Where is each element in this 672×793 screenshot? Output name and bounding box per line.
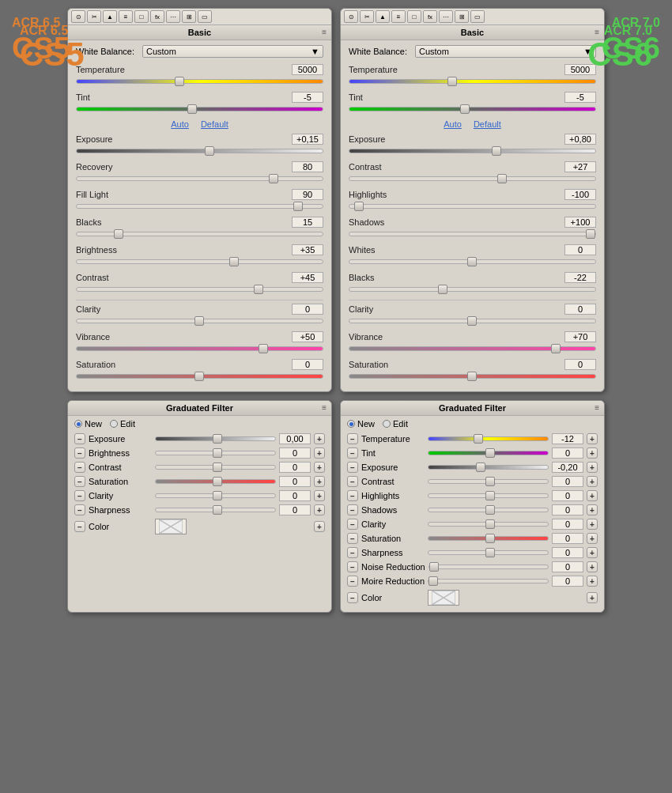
slider-track-0-cs6[interactable]	[349, 149, 596, 153]
toolbar-btn-cs6-2[interactable]: ✂	[360, 10, 374, 23]
gf-track-sharpness-cs6[interactable]	[428, 550, 549, 555]
gf-track-contrast-cs5[interactable]	[155, 465, 276, 470]
temperature-value-cs6[interactable]: 5000	[564, 64, 596, 75]
toolbar-btn-2[interactable]: ✂	[87, 10, 101, 23]
tint-track-cs6[interactable]	[349, 107, 596, 111]
toolbar-btn-3[interactable]: ▲	[103, 10, 117, 23]
gf-minus-moire-cs6[interactable]: −	[347, 576, 358, 587]
gf-track-highlights-cs6[interactable]	[428, 493, 549, 498]
gf-track-exposure-cs5[interactable]	[155, 436, 276, 441]
gf-new-radio-cs6[interactable]: New	[347, 419, 375, 429]
panel-menu-icon[interactable]: ≡	[322, 28, 327, 36]
gf-plus-moire-cs6[interactable]: +	[587, 576, 598, 587]
gf-value-highlights-cs6[interactable]: 0	[552, 490, 583, 501]
gf-track-contrast-cs6[interactable]	[428, 479, 549, 484]
slider-track-1-cs6[interactable]	[349, 176, 596, 181]
gf-minus-exposure-cs6[interactable]: −	[347, 462, 358, 473]
slider-thumb-4-cs5[interactable]	[229, 257, 239, 266]
gf-thumb-noise-cs6[interactable]	[429, 562, 439, 572]
slider-track-2-cs5[interactable]	[76, 204, 323, 209]
slider-track-2-cs6[interactable]	[349, 204, 596, 209]
temperature-thumb-cs6[interactable]	[447, 77, 457, 86]
gf-menu-icon-cs6[interactable]: ≡	[595, 403, 599, 412]
gf-plus-shadows-cs6[interactable]: +	[587, 504, 598, 515]
gf-plus-contrast-cs6[interactable]: +	[587, 476, 598, 487]
toolbar-btn-cs6-8[interactable]: ⊞	[455, 10, 469, 23]
gf-value-temperature-cs6[interactable]: -12	[552, 433, 583, 444]
gf-minus-temperature-cs6[interactable]: −	[347, 433, 358, 444]
gf-menu-icon-cs5[interactable]: ≡	[322, 403, 327, 412]
gf-thumb-saturation-cs5[interactable]	[213, 477, 222, 486]
gf-plus-clarity-cs5[interactable]: +	[314, 490, 325, 501]
tint-value-cs5[interactable]: -5	[292, 92, 323, 103]
gf-thumb-brightness-cs5[interactable]	[213, 448, 222, 458]
gf-thumb-saturation-cs6[interactable]	[485, 534, 495, 543]
gf-new-radio-cs5[interactable]: New	[74, 419, 102, 429]
toolbar-btn-6[interactable]: fx	[150, 10, 164, 23]
gf-plus-brightness-cs5[interactable]: +	[314, 447, 325, 459]
toolbar-btn-cs6-4[interactable]: ≡	[391, 10, 406, 23]
gf-value-clarity-cs5[interactable]: 0	[279, 490, 311, 501]
slider-thumb-0-cs5[interactable]	[205, 146, 214, 156]
gf-color-swatch-cs5[interactable]	[155, 519, 187, 534]
gf-value-noise-cs6[interactable]: 0	[552, 561, 583, 572]
gf-minus-shadows-cs6[interactable]: −	[347, 504, 358, 515]
slider-value-5-cs6[interactable]: -22	[564, 272, 596, 283]
slider-track-8-cs6[interactable]	[349, 374, 596, 379]
gf-track-moire-cs6[interactable]	[428, 579, 549, 583]
gf-plus-exposure-cs6[interactable]: +	[587, 462, 598, 473]
gf-thumb-sharpness-cs5[interactable]	[213, 505, 222, 515]
gf-thumb-exposure-cs6[interactable]	[476, 463, 485, 472]
slider-track-5-cs6[interactable]	[349, 287, 596, 292]
gf-value-contrast-cs5[interactable]: 0	[279, 462, 311, 473]
slider-thumb-6-cs6[interactable]	[467, 316, 477, 326]
slider-value-5-cs5[interactable]: +45	[292, 272, 323, 283]
gf-track-sharpness-cs5[interactable]	[155, 508, 276, 512]
slider-thumb-1-cs6[interactable]	[497, 174, 507, 183]
gf-thumb-clarity-cs5[interactable]	[213, 491, 222, 500]
toolbar-btn-7[interactable]: ⋯	[166, 10, 180, 23]
slider-value-4-cs5[interactable]: +35	[292, 244, 323, 255]
temperature-thumb-cs5[interactable]	[175, 77, 184, 86]
wb-select-cs6[interactable]: Custom ▼	[415, 45, 596, 58]
gf-track-tint-cs6[interactable]	[428, 451, 549, 455]
slider-thumb-8-cs5[interactable]	[194, 372, 204, 381]
gf-minus-color-cs5[interactable]: −	[74, 521, 85, 532]
slider-thumb-8-cs6[interactable]	[467, 372, 477, 381]
toolbar-btn-cs6-1[interactable]: ⊙	[344, 10, 358, 23]
default-link-cs5[interactable]: Default	[201, 119, 228, 129]
slider-value-7-cs5[interactable]: +50	[292, 331, 323, 342]
gf-value-tint-cs6[interactable]: 0	[552, 447, 583, 459]
gf-track-saturation-cs6[interactable]	[428, 536, 549, 541]
gf-minus-color-cs6[interactable]: −	[347, 592, 358, 603]
slider-track-3-cs5[interactable]	[76, 232, 323, 236]
gf-minus-brightness-cs5[interactable]: −	[74, 447, 85, 459]
slider-thumb-2-cs6[interactable]	[354, 202, 364, 211]
gf-track-noise-cs6[interactable]	[428, 565, 549, 569]
gf-track-saturation-cs5[interactable]	[155, 479, 276, 484]
tint-track-cs5[interactable]	[76, 107, 323, 111]
panel-menu-icon-cs6[interactable]: ≡	[595, 28, 599, 36]
toolbar-btn-cs6-3[interactable]: ▲	[376, 10, 390, 23]
gf-value-shadows-cs6[interactable]: 0	[552, 504, 583, 515]
slider-thumb-4-cs6[interactable]	[467, 257, 477, 266]
gf-track-shadows-cs6[interactable]	[428, 508, 549, 512]
toolbar-btn-4[interactable]: ≡	[119, 10, 133, 23]
toolbar-btn-cs6-6[interactable]: fx	[423, 10, 437, 23]
slider-track-4-cs6[interactable]	[349, 259, 596, 264]
slider-thumb-3-cs5[interactable]	[114, 229, 123, 239]
slider-track-5-cs5[interactable]	[76, 287, 323, 292]
slider-value-4-cs6[interactable]: 0	[564, 244, 596, 255]
slider-track-4-cs5[interactable]	[76, 259, 323, 264]
gf-edit-radio-cs5[interactable]: Edit	[110, 419, 135, 429]
gf-plus-noise-cs6[interactable]: +	[587, 561, 598, 572]
gf-minus-clarity-cs5[interactable]: −	[74, 490, 85, 501]
gf-minus-clarity-cs6[interactable]: −	[347, 519, 358, 530]
gf-value-sharpness-cs6[interactable]: 0	[552, 547, 583, 558]
slider-track-6-cs6[interactable]	[349, 319, 596, 323]
gf-thumb-tint-cs6[interactable]	[485, 448, 495, 458]
toolbar-btn-cs6-7[interactable]: ⋯	[439, 10, 453, 23]
gf-track-brightness-cs5[interactable]	[155, 451, 276, 455]
gf-thumb-temperature-cs6[interactable]	[474, 434, 483, 444]
gf-thumb-sharpness-cs6[interactable]	[485, 548, 495, 557]
